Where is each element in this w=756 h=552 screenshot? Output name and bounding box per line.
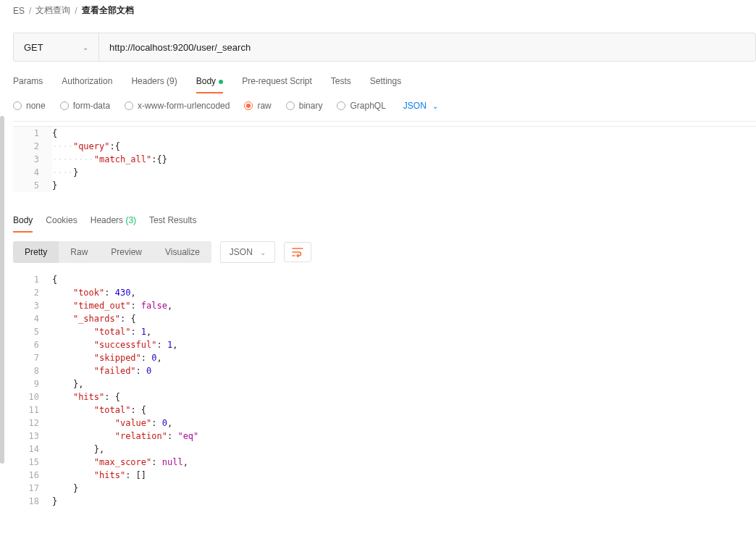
resp-tab-tests[interactable]: Test Results [149,215,196,233]
scrollbar[interactable] [0,116,4,464]
response-view-row: Pretty Raw Preview Visualize JSON ⌄ [13,241,756,263]
resp-tab-cookies[interactable]: Cookies [46,215,77,233]
radio-icon [337,101,345,110]
chevron-down-icon: ⌄ [83,43,88,51]
tab-authorization[interactable]: Authorization [62,76,112,93]
wrap-icon [292,247,303,257]
radio-icon [125,101,133,110]
resp-tab-headers-label: Headers [91,215,123,225]
radio-icon [244,101,253,110]
request-body-editor[interactable]: 12345 {····"query":{········"match_all":… [13,126,756,192]
method-value: GET [24,42,43,53]
breadcrumb-sep: / [75,6,77,16]
method-select[interactable]: GET ⌄ [14,33,99,61]
line-gutter: 123456789101112131415161718 [13,273,52,508]
chevron-down-icon: ⌄ [260,248,266,256]
body-language-value: JSON [403,101,427,111]
view-visualize[interactable]: Visualize [154,241,211,263]
response-tabs: Body Cookies Headers (3) Test Results [13,215,756,233]
chevron-down-icon: ⌄ [432,102,438,110]
view-preview[interactable]: Preview [99,241,154,263]
view-mode-group: Pretty Raw Preview Visualize [13,241,211,263]
response-format-select[interactable]: JSON ⌄ [220,241,275,263]
radio-none[interactable]: none [13,101,46,111]
breadcrumb-item[interactable]: ES [13,6,25,16]
wrap-lines-button[interactable] [284,242,311,262]
tab-headers-count: (9) [167,76,177,86]
radio-binary[interactable]: binary [286,101,323,111]
code-area[interactable]: { "took": 430, "timed_out": false, "_sha… [52,273,756,508]
line-gutter: 12345 [13,127,52,192]
body-language-select[interactable]: JSON ⌄ [403,101,438,111]
radio-label: GraphQL [350,101,385,111]
radio-label: x-www-form-urlencoded [138,101,230,111]
request-url-bar: GET ⌄ http://localhost:9200/user/_search [13,33,756,62]
radio-xwww[interactable]: x-www-form-urlencoded [125,101,230,111]
code-area[interactable]: {····"query":{········"match_all":{}····… [52,127,756,192]
response-body-editor[interactable]: 123456789101112131415161718 { "took": 43… [13,273,756,508]
breadcrumb-sep: / [29,6,31,16]
response-format-value: JSON [230,247,253,257]
view-pretty[interactable]: Pretty [13,241,59,263]
tab-prerequest[interactable]: Pre-request Script [242,76,312,93]
tab-headers[interactable]: Headers (9) [131,76,177,93]
tab-settings[interactable]: Settings [370,76,401,93]
resp-tab-headers-count: (3) [125,215,136,225]
view-raw[interactable]: Raw [59,241,99,263]
breadcrumb-current: 查看全部文档 [82,4,134,17]
modified-dot-icon [219,80,223,84]
breadcrumb-item[interactable]: 文档查询 [35,4,70,17]
radio-icon [60,101,69,110]
tab-tests[interactable]: Tests [331,76,351,93]
radio-icon [13,101,22,110]
radio-label: form-data [73,101,110,111]
tab-headers-label: Headers [131,76,164,86]
body-type-row: none form-data x-www-form-urlencoded raw… [13,101,756,122]
tab-body-label: Body [196,76,216,86]
radio-label: none [26,101,46,111]
breadcrumb: ES / 文档查询 / 查看全部文档 [13,4,756,17]
radio-formdata[interactable]: form-data [60,101,110,111]
request-tabs: Params Authorization Headers (9) Body Pr… [13,76,756,93]
radio-label: binary [299,101,323,111]
radio-label: raw [257,101,271,111]
tab-params[interactable]: Params [13,76,43,93]
radio-raw[interactable]: raw [244,101,271,111]
resp-tab-body[interactable]: Body [13,215,33,233]
radio-graphql[interactable]: GraphQL [337,101,385,111]
tab-body[interactable]: Body [196,76,223,93]
radio-icon [286,101,295,110]
resp-tab-headers[interactable]: Headers (3) [91,215,136,233]
url-input[interactable]: http://localhost:9200/user/_search [99,33,755,61]
